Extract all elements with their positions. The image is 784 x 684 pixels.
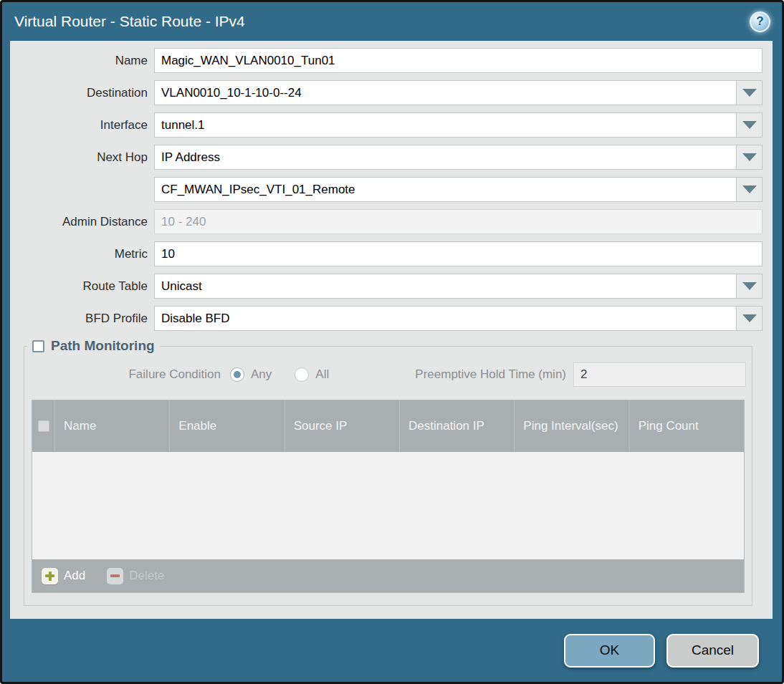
- preemptive-hold-time-input: [573, 362, 746, 387]
- bfd-profile-dropdown-button[interactable]: [736, 306, 763, 331]
- failure-condition-all-label: All: [315, 367, 329, 382]
- help-glyph: ?: [756, 14, 763, 29]
- page-title: Virtual Router - Static Route - IPv4: [14, 13, 245, 30]
- table-header-destination-ip: Destination IP: [400, 400, 515, 452]
- failure-condition-row: Failure Condition Any All Preemptive Hol…: [24, 354, 752, 387]
- static-route-dialog: Virtual Router - Static Route - IPv4 ? N…: [0, 0, 784, 684]
- destination-label: Destination: [10, 86, 148, 100]
- destination-dropdown-button[interactable]: [736, 80, 763, 105]
- destination-row: Destination: [10, 80, 763, 105]
- add-button-label: Add: [64, 569, 85, 583]
- admin-distance-label: Admin Distance: [10, 215, 148, 229]
- next-hop-type-input[interactable]: [154, 145, 736, 170]
- next-hop-type-dropdown-button[interactable]: [736, 145, 763, 170]
- table-footer-bar: Add Delete: [32, 559, 744, 592]
- interface-row: Interface: [10, 112, 763, 138]
- path-monitoring-table-body: [32, 452, 744, 559]
- route-table-label: Route Table: [10, 279, 148, 294]
- interface-dropdown-button[interactable]: [736, 112, 763, 138]
- route-table-row: Route Table: [10, 274, 763, 299]
- name-input[interactable]: [154, 48, 763, 73]
- table-header-ping-interval: Ping Interval(sec): [515, 400, 629, 452]
- route-table-input[interactable]: [154, 274, 736, 299]
- admin-distance-row: Admin Distance: [10, 209, 763, 234]
- dialog-titlebar: Virtual Router - Static Route - IPv4 ?: [2, 2, 782, 41]
- chevron-down-icon: [742, 121, 757, 129]
- chevron-down-icon: [742, 153, 757, 161]
- failure-condition-all-radio: [295, 367, 309, 382]
- next-hop-address-dropdown-button[interactable]: [736, 177, 763, 202]
- delete-button: Delete: [107, 568, 164, 584]
- table-header-source-ip: Source IP: [285, 400, 400, 452]
- name-label: Name: [10, 54, 148, 68]
- next-hop-value-row: [10, 177, 763, 202]
- chevron-down-icon: [742, 282, 757, 290]
- path-monitoring-legend: Path Monitoring: [27, 338, 160, 354]
- path-monitoring-title: Path Monitoring: [51, 338, 155, 354]
- chevron-down-icon: [742, 314, 757, 322]
- chevron-down-icon: [742, 186, 757, 193]
- table-header-row: Name Enable Source IP Destination IP Pin…: [32, 400, 744, 452]
- next-hop-row: Next Hop: [10, 145, 763, 170]
- bfd-profile-row: BFD Profile: [10, 306, 763, 331]
- dialog-button-bar: OK Cancel: [2, 619, 782, 682]
- interface-input[interactable]: [154, 112, 736, 138]
- interface-label: Interface: [10, 118, 148, 133]
- route-table-dropdown-button[interactable]: [736, 274, 763, 299]
- failure-condition-any-label: Any: [251, 367, 272, 382]
- add-button[interactable]: Add: [42, 568, 85, 584]
- table-header-enable: Enable: [170, 400, 285, 452]
- cancel-button[interactable]: Cancel: [666, 634, 759, 668]
- select-all-checkbox: [38, 420, 49, 432]
- metric-label: Metric: [10, 247, 148, 261]
- dialog-content: Name Destination Interface: [10, 41, 773, 619]
- name-row: Name: [10, 48, 763, 73]
- bfd-profile-input[interactable]: [154, 306, 736, 331]
- delete-button-label: Delete: [129, 569, 164, 583]
- table-header-ping-count: Ping Count: [630, 400, 744, 452]
- destination-input[interactable]: [154, 80, 736, 105]
- minus-icon: [107, 568, 123, 584]
- preemptive-hold-time-label: Preemptive Hold Time (min): [415, 367, 566, 382]
- admin-distance-input[interactable]: [154, 209, 763, 234]
- chevron-down-icon: [742, 89, 757, 97]
- path-monitoring-checkbox[interactable]: [32, 340, 44, 352]
- help-icon[interactable]: ?: [750, 11, 770, 32]
- metric-input[interactable]: [154, 241, 763, 266]
- path-monitoring-table: Name Enable Source IP Destination IP Pin…: [32, 400, 745, 593]
- path-monitoring-section: Path Monitoring Failure Condition Any Al…: [24, 338, 752, 606]
- table-header-name: Name: [55, 400, 170, 452]
- table-header-select-cell: [32, 400, 55, 452]
- metric-row: Metric: [10, 241, 763, 266]
- ok-button[interactable]: OK: [564, 634, 655, 668]
- failure-condition-any-radio: [230, 367, 244, 382]
- bfd-profile-label: BFD Profile: [10, 312, 148, 326]
- plus-icon: [42, 568, 58, 584]
- next-hop-label: Next Hop: [10, 150, 148, 165]
- failure-condition-label: Failure Condition: [24, 367, 221, 382]
- next-hop-address-input[interactable]: [154, 177, 736, 202]
